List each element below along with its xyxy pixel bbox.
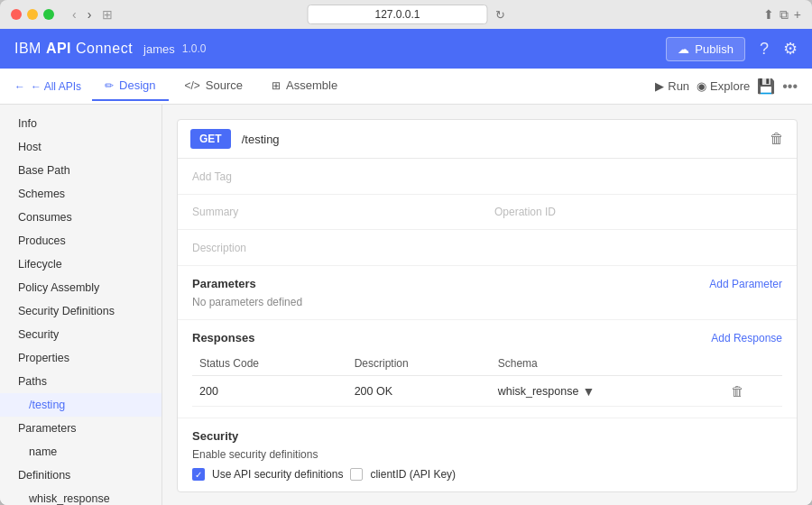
sidebar-item-paths[interactable]: Paths [0,370,161,393]
sidebar-item-base-path[interactable]: Base Path [0,159,161,182]
tab-bar: ← ← All APIs ✏ Design </> Source ⊞ Assem… [0,69,812,105]
delete-path-icon[interactable]: 🗑 [770,131,784,147]
title-bar-actions: ⬆ ⧉ + [763,7,801,23]
col-description: Description [347,352,491,376]
sidebar-item-name[interactable]: name [0,440,161,464]
sidebar-item-schemes[interactable]: Schemes [0,182,161,206]
save-icon[interactable]: 💾 [757,78,775,95]
title-bar: ‹ › ⊞ 127.0.0.1 ↻ ⬆ ⧉ + [0,0,812,29]
add-tag-section: Add Tag [178,159,797,195]
content-area: GET /testing 🗑 Add Tag Summary Oper [162,105,812,505]
sidebar-item-parameters[interactable]: Parameters [0,417,161,440]
traffic-lights [11,9,54,20]
parameters-section: Parameters Add Parameter No parameters d… [178,266,797,320]
parameters-header: Parameters Add Parameter [192,277,782,290]
api-path: /testing [242,133,770,146]
header-actions: ☁ Publish ? ⚙ [666,37,798,61]
security-section: Security Enable security definitions Use… [178,418,797,491]
use-api-security-checkbox[interactable] [192,468,205,481]
tab-assemble[interactable]: ⊞ Assemble [259,71,350,101]
client-id-checkbox[interactable] [350,468,363,481]
method-badge: GET [190,129,231,149]
security-title: Security [192,429,238,443]
method-header: GET /testing 🗑 [178,120,797,159]
code-icon: </> [185,79,200,92]
forward-nav-button[interactable]: › [84,5,96,23]
sidebar-item-lifecycle[interactable]: Lifecycle [0,252,161,276]
run-button[interactable]: ▶ Run [655,79,689,93]
add-tag-placeholder[interactable]: Add Tag [192,170,232,183]
close-button[interactable] [11,9,22,20]
app-version: 1.0.0 [182,42,207,55]
sidebar-item-definitions[interactable]: Definitions [0,464,161,487]
compass-icon: ◉ [697,79,706,93]
parameters-title: Parameters [192,277,256,290]
app-header: IBM API Connect james 1.0.0 ☁ Publish ? … [0,29,812,69]
sidebar-item-host[interactable]: Host [0,135,161,159]
dropdown-icon: ▼ [582,384,595,399]
layout-icon: ⊞ [102,7,113,22]
publish-button[interactable]: ☁ Publish [666,37,745,61]
settings-icon[interactable]: ⚙ [783,39,798,59]
sidebar: Info Host Base Path Schemes Consumes Pro… [0,105,162,505]
back-nav-button[interactable]: ‹ [69,5,80,23]
schema-select[interactable]: whisk_response ▼ [498,384,716,399]
reload-icon[interactable]: ↻ [495,8,505,22]
address-bar[interactable]: 127.0.0.1 [308,5,488,24]
explore-button[interactable]: ◉ Explore [697,79,750,93]
add-tab-icon[interactable]: + [794,7,801,23]
security-checkboxes: Use API security definitions clientID (A… [192,468,782,481]
sidebar-item-testing[interactable]: /testing [0,393,161,417]
nav-buttons: ‹ › ⊞ [69,5,113,23]
app-logo: IBM API Connect [14,41,133,57]
description-placeholder[interactable]: Description [192,242,246,254]
add-response-link[interactable]: Add Response [711,332,782,344]
sidebar-item-policy-assembly[interactable]: Policy Assembly [0,276,161,299]
play-icon: ▶ [655,79,664,93]
more-actions-icon[interactable]: ••• [782,78,798,95]
main-content: Info Host Base Path Schemes Consumes Pro… [0,105,812,505]
sidebar-item-info[interactable]: Info [0,112,161,135]
tab-left: ← ← All APIs ✏ Design </> Source ⊞ Assem… [14,71,350,101]
operation-id-field: Operation ID [494,206,782,218]
summary-field: Summary [192,206,480,218]
sidebar-item-security-definitions[interactable]: Security Definitions [0,299,161,323]
sidebar-item-consumes[interactable]: Consumes [0,206,161,229]
responses-section: Responses Add Response Status Code Descr… [178,320,797,418]
duplicate-icon[interactable]: ⧉ [780,7,789,23]
share-icon[interactable]: ⬆ [763,7,774,23]
minimize-button[interactable] [27,9,38,20]
tab-design[interactable]: ✏ Design [92,71,168,101]
add-parameter-link[interactable]: Add Parameter [709,278,782,290]
delete-response-icon[interactable]: 🗑 [731,383,744,399]
response-schema: whisk_response ▼ [491,376,724,407]
col-schema: Schema [491,352,724,376]
pencil-icon: ✏ [105,79,114,92]
client-id-label: clientID (API Key) [370,468,456,481]
address-bar-area: 127.0.0.1 ↻ [308,5,505,24]
no-params-message: No parameters defined [192,296,782,308]
sidebar-item-produces[interactable]: Produces [0,229,161,252]
table-row: 200 200 OK whisk_response ▼ 🗑 [192,376,782,407]
summary-row: Summary Operation ID [192,206,782,218]
use-api-security-label: Use API security definitions [212,468,343,481]
security-header: Security [192,429,782,443]
sidebar-item-security[interactable]: Security [0,323,161,346]
maximize-button[interactable] [43,9,54,20]
app-window: ‹ › ⊞ 127.0.0.1 ↻ ⬆ ⧉ + IBM API Connect … [0,0,812,505]
grid-icon: ⊞ [272,79,281,92]
summary-label: Summary [192,206,480,218]
sidebar-item-whisk-response[interactable]: whisk_response [0,487,161,505]
responses-header: Responses Add Response [192,331,782,344]
sidebar-item-properties[interactable]: Properties [0,346,161,370]
security-subtitle: Enable security definitions [192,448,782,461]
responses-title: Responses [192,331,254,344]
responses-table: Status Code Description Schema 200 200 O… [192,352,782,407]
all-apis-link[interactable]: ← ← All APIs [14,80,81,93]
api-card: GET /testing 🗑 Add Tag Summary Oper [177,119,798,492]
help-icon[interactable]: ? [760,40,769,59]
tab-source[interactable]: </> Source [172,71,256,101]
operation-id-label: Operation ID [494,206,782,218]
tab-right: ▶ Run ◉ Explore 💾 ••• [655,78,798,95]
response-status-code: 200 [192,376,347,407]
